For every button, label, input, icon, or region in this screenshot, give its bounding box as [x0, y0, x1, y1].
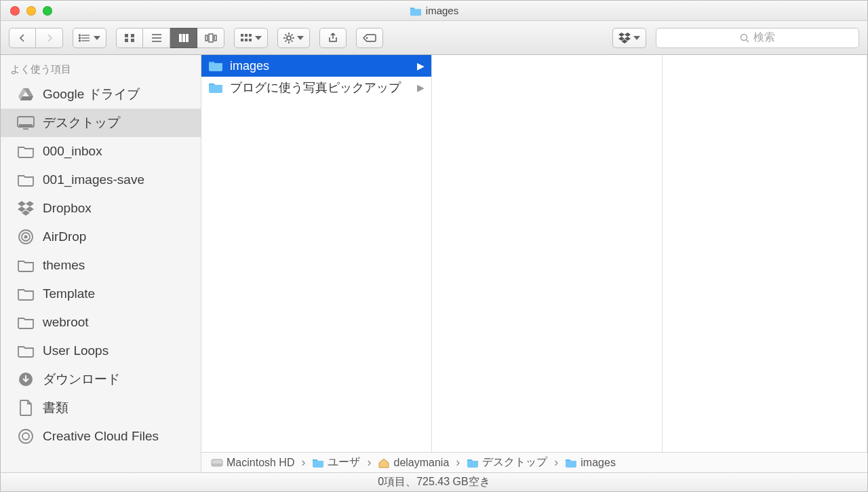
- svg-rect-24: [249, 39, 252, 41]
- sidebar-item-10[interactable]: ダウンロード: [1, 365, 201, 394]
- sidebar-item-6[interactable]: themes: [1, 251, 201, 280]
- sidebar-item-0[interactable]: Google ドライブ: [1, 80, 201, 109]
- svg-rect-23: [245, 39, 248, 41]
- svg-marker-36: [625, 33, 631, 37]
- window-title: images: [426, 5, 458, 16]
- search-icon: [740, 33, 749, 43]
- sidebar-item-label: themes: [43, 258, 85, 273]
- svg-marker-48: [18, 201, 26, 206]
- path-segment[interactable]: ユーザ: [312, 455, 360, 470]
- sidebar-item-3[interactable]: 001_images-save: [1, 166, 201, 194]
- sidebar-item-label: Creative Cloud Files: [43, 429, 159, 444]
- folder-icon: [17, 143, 35, 160]
- chevron-down-icon: [255, 36, 262, 40]
- path-label: デスクトップ: [482, 455, 547, 470]
- minimize-button[interactable]: [26, 6, 36, 16]
- svg-marker-35: [618, 33, 625, 37]
- svg-rect-6: [125, 34, 128, 37]
- svg-line-30: [285, 34, 287, 35]
- svg-line-33: [292, 34, 293, 35]
- svg-point-5: [79, 40, 81, 41]
- sidebar-item-8[interactable]: webroot: [1, 308, 201, 337]
- sidebar-item-label: 000_inbox: [43, 144, 102, 159]
- search-placeholder: 検索: [753, 31, 775, 45]
- toolbar: 検索: [1, 21, 867, 55]
- svg-point-4: [79, 37, 81, 39]
- sidebar-item-label: 001_images-save: [43, 172, 144, 187]
- sidebar-item-label: 書類: [43, 399, 68, 417]
- chevron-down-icon: [94, 36, 100, 40]
- gear-icon: [283, 33, 294, 43]
- svg-marker-49: [26, 201, 34, 206]
- path-segment[interactable]: Macintosh HD: [211, 457, 294, 469]
- path-segment[interactable]: デスクトップ: [467, 455, 547, 470]
- folder-icon: [410, 5, 422, 16]
- svg-line-41: [747, 40, 749, 42]
- titlebar: images: [1, 1, 867, 21]
- column-item[interactable]: images▶: [201, 55, 431, 77]
- disk-icon: [211, 457, 223, 468]
- search-field[interactable]: 検索: [656, 28, 859, 48]
- svg-point-58: [22, 433, 29, 440]
- tags-button[interactable]: [356, 28, 383, 48]
- forward-button[interactable]: [36, 28, 63, 48]
- back-button[interactable]: [9, 28, 36, 48]
- sidebar-item-11[interactable]: 書類: [1, 394, 201, 422]
- svg-rect-13: [179, 34, 182, 42]
- dropbox-icon: [17, 200, 35, 217]
- item-label: ブログに使う写真ピックアップ: [230, 79, 401, 96]
- folder-icon: [17, 285, 35, 303]
- dropbox-icon: [618, 33, 631, 43]
- tag-icon: [363, 33, 376, 43]
- folder-blue-icon: [312, 457, 324, 468]
- path-segment[interactable]: images: [565, 457, 616, 469]
- dropbox-toolbar-button[interactable]: [612, 28, 646, 48]
- column-item[interactable]: ブログに使う写真ピックアップ▶: [201, 77, 431, 98]
- view-options-dropdown[interactable]: [73, 28, 106, 48]
- path-segment[interactable]: delaymania: [378, 457, 449, 469]
- arrange-dropdown[interactable]: [234, 28, 268, 48]
- svg-rect-14: [182, 34, 185, 42]
- sidebar-item-1[interactable]: デスクトップ: [1, 109, 201, 137]
- sidebar-item-9[interactable]: User Loops: [1, 337, 201, 365]
- airdrop-icon: [17, 228, 35, 246]
- sidebar-item-label: webroot: [43, 315, 89, 330]
- chevron-down-icon: [297, 36, 304, 40]
- sidebar-item-5[interactable]: AirDrop: [1, 223, 201, 251]
- path-label: delaymania: [393, 457, 449, 469]
- close-button[interactable]: [10, 6, 20, 16]
- gdrive-icon: [17, 86, 35, 103]
- nav-segment: [9, 28, 63, 48]
- sidebar-item-12[interactable]: Creative Cloud Files: [1, 422, 201, 451]
- share-button[interactable]: [319, 28, 347, 48]
- svg-line-31: [292, 40, 293, 41]
- folder-icon: [17, 171, 35, 189]
- column-3[interactable]: [663, 55, 867, 472]
- path-separator: [298, 455, 308, 470]
- path-label: Macintosh HD: [226, 457, 294, 469]
- column-view-button[interactable]: [170, 28, 197, 48]
- svg-rect-20: [245, 34, 248, 37]
- grid-icon: [240, 33, 252, 43]
- icon-view-button[interactable]: [116, 28, 143, 48]
- column-1[interactable]: images▶ブログに使う写真ピックアップ▶: [201, 55, 432, 472]
- svg-rect-17: [209, 34, 213, 42]
- gallery-view-button[interactable]: [197, 28, 224, 48]
- sidebar-item-2[interactable]: 000_inbox: [1, 137, 201, 166]
- action-dropdown[interactable]: [277, 28, 310, 48]
- zoom-button[interactable]: [43, 6, 52, 16]
- folder-blue-icon: [565, 457, 577, 468]
- svg-rect-60: [212, 463, 222, 466]
- sidebar-item-4[interactable]: Dropbox: [1, 194, 201, 223]
- sidebar-item-7[interactable]: Template: [1, 280, 201, 308]
- column-2[interactable]: [432, 55, 663, 472]
- folder-icon: [17, 257, 35, 274]
- svg-rect-9: [131, 39, 134, 42]
- list-view-button[interactable]: [143, 28, 170, 48]
- path-label: ユーザ: [328, 455, 360, 470]
- chevron-right-icon: ▶: [412, 82, 425, 93]
- svg-rect-46: [19, 124, 33, 126]
- home-icon: [378, 457, 390, 468]
- path-bar: Macintosh HDユーザdelaymaniaデスクトップimages: [201, 452, 867, 472]
- sidebar-section-title: よく使う項目: [1, 60, 201, 80]
